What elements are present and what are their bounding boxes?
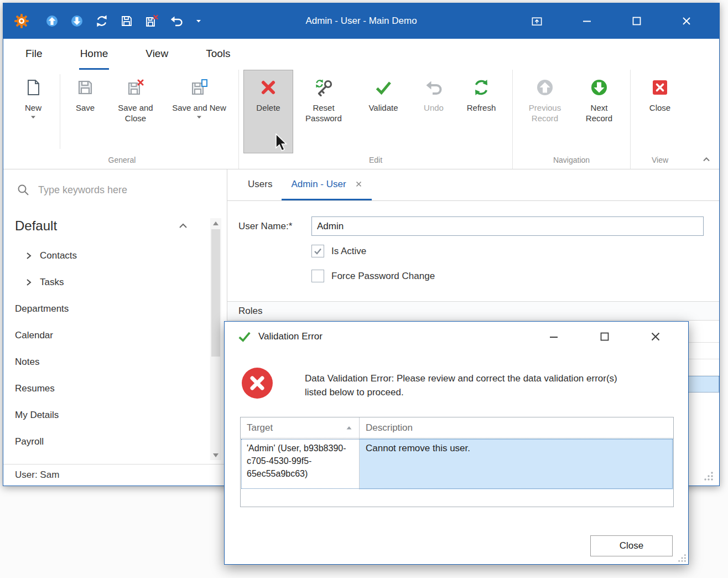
dialog-maximize-button[interactable] [599, 331, 611, 343]
titlebar: Admin - User - Main Demo [3, 3, 719, 39]
user-name-label: User Name:* [238, 221, 311, 232]
save-and-close-button[interactable]: Save and Close [107, 70, 164, 153]
force-password-change-checkbox[interactable] [311, 270, 324, 282]
refresh-button[interactable]: Refresh [455, 70, 508, 153]
validate-button[interactable]: Validate [354, 70, 413, 153]
search-box [3, 169, 227, 210]
sidebar-item-notes[interactable]: Notes [3, 349, 227, 375]
save-and-close-qat-button[interactable] [145, 14, 158, 28]
ribbon-menubar: File Home View Tools [3, 39, 719, 70]
gear-logo-icon [13, 13, 30, 29]
dialog-titlebar: Validation Error [225, 322, 688, 352]
tab-close-icon[interactable] [355, 180, 362, 188]
new-button[interactable]: New [10, 70, 56, 153]
scroll-up-button[interactable] [210, 218, 221, 228]
menu-file[interactable]: File [24, 39, 44, 70]
ribbon-divider [60, 74, 60, 149]
mouse-cursor [275, 133, 289, 152]
table-header-row: Target Description [241, 417, 673, 438]
undo-qat-button[interactable] [170, 14, 183, 28]
app-logo-button[interactable] [13, 13, 30, 29]
reset-password-button[interactable]: Reset Password [293, 70, 354, 153]
previous-record-button-label: Previous Record [525, 102, 565, 123]
maximize-icon [631, 15, 643, 27]
ribbon-group-label-navigation: Navigation [517, 153, 626, 169]
dialog-resize-grip[interactable] [678, 554, 687, 562]
undo-button[interactable]: Undo [413, 70, 455, 153]
delete-x-icon [259, 79, 277, 96]
sidebar-item-resumes[interactable]: Resumes [3, 375, 227, 402]
close-view-button-label: Close [649, 102, 670, 113]
column-header-description[interactable]: Description [360, 417, 673, 438]
sort-ascending-icon [345, 424, 353, 432]
menu-tools[interactable]: Tools [205, 39, 231, 70]
error-description-cell[interactable]: Cannot remove this user. [360, 438, 673, 489]
chevron-up-icon [701, 154, 711, 164]
tab-admin-user[interactable]: Admin - User [282, 169, 371, 200]
resize-grip-icon [704, 471, 714, 481]
sidebar-item-departments[interactable]: Departments [3, 296, 227, 322]
display-options-icon [531, 15, 543, 28]
sidebar-item-tasks[interactable]: Tasks [3, 269, 227, 296]
close-view-button[interactable]: Close [635, 70, 685, 153]
close-icon [649, 331, 662, 343]
sidebar-item-my-details[interactable]: My Details [3, 402, 227, 429]
sidebar-scrollbar[interactable] [210, 218, 221, 460]
close-window-button[interactable] [680, 15, 693, 27]
search-input[interactable] [38, 184, 214, 196]
validation-error-row[interactable]: 'Admin' (User, b93b8390-c705-4530-99f5-6… [241, 438, 673, 489]
save-button[interactable]: Save [64, 70, 107, 153]
ribbon-collapse-button[interactable] [701, 154, 711, 164]
column-header-target[interactable]: Target [241, 417, 360, 438]
refresh-qat-button[interactable] [95, 14, 108, 28]
next-record-qat-button[interactable] [70, 14, 84, 28]
next-record-button-label: Next Record [579, 102, 619, 123]
display-options-button[interactable] [531, 15, 543, 28]
user-name-input[interactable] [311, 216, 704, 236]
dialog-close-action-button[interactable]: Close [590, 535, 673, 556]
previous-record-icon [536, 79, 554, 96]
is-active-checkbox[interactable] [311, 245, 324, 257]
sidebar-item-contacts[interactable]: Contacts [3, 242, 227, 269]
tab-label: Users [248, 179, 272, 190]
minimize-button[interactable] [581, 15, 593, 27]
qat-customize-button[interactable] [195, 17, 202, 25]
arrow-up-circle-icon [45, 14, 59, 28]
dialog-close-button[interactable] [649, 331, 662, 343]
scrollbar-thumb[interactable] [211, 229, 220, 357]
undo-arrow-icon [425, 79, 443, 96]
save-close-floppy-icon [127, 79, 144, 96]
maximize-button[interactable] [631, 15, 643, 27]
nav-group-label: Default [15, 218, 177, 234]
scroll-down-button[interactable] [210, 450, 221, 460]
sidebar-item-label: Notes [15, 357, 39, 368]
error-target-cell[interactable]: 'Admin' (User, b93b8390-c705-4530-99f5-6… [241, 438, 360, 489]
refresh-button-label: Refresh [467, 102, 496, 113]
previous-record-qat-button[interactable] [45, 14, 59, 28]
is-active-row[interactable]: Is Active [311, 245, 719, 257]
save-new-floppy-icon [190, 79, 208, 96]
sidebar-item-label: Departments [15, 303, 69, 314]
new-button-label: New [25, 102, 41, 113]
nav-group-header-default[interactable]: Default [3, 210, 227, 242]
menu-view[interactable]: View [144, 39, 169, 70]
ribbon-group-edit: Delete Reset Password [238, 70, 512, 169]
ribbon-group-general: New Save [6, 70, 238, 169]
tab-users[interactable]: Users [238, 169, 282, 200]
save-and-new-button[interactable]: Save and New [164, 70, 234, 153]
window-resize-grip[interactable] [704, 471, 714, 481]
next-record-button[interactable]: Next Record [573, 70, 626, 153]
dialog-title: Validation Error [258, 331, 323, 342]
ribbon-group-label-view: View [635, 153, 685, 169]
chevron-up-icon[interactable] [177, 220, 189, 232]
save-icon [120, 14, 133, 28]
menu-home[interactable]: Home [79, 39, 110, 70]
force-password-change-row[interactable]: Force Password Change [311, 270, 719, 282]
sidebar-item-payroll[interactable]: Payroll [3, 429, 227, 455]
previous-record-button[interactable]: Previous Record [517, 70, 573, 153]
save-qat-button[interactable] [120, 14, 133, 28]
ribbon-group-navigation: Previous Record Next Record Navigation [512, 70, 630, 169]
dialog-minimize-button[interactable] [548, 331, 560, 343]
next-record-icon [590, 79, 608, 96]
sidebar-item-calendar[interactable]: Calendar [3, 322, 227, 349]
